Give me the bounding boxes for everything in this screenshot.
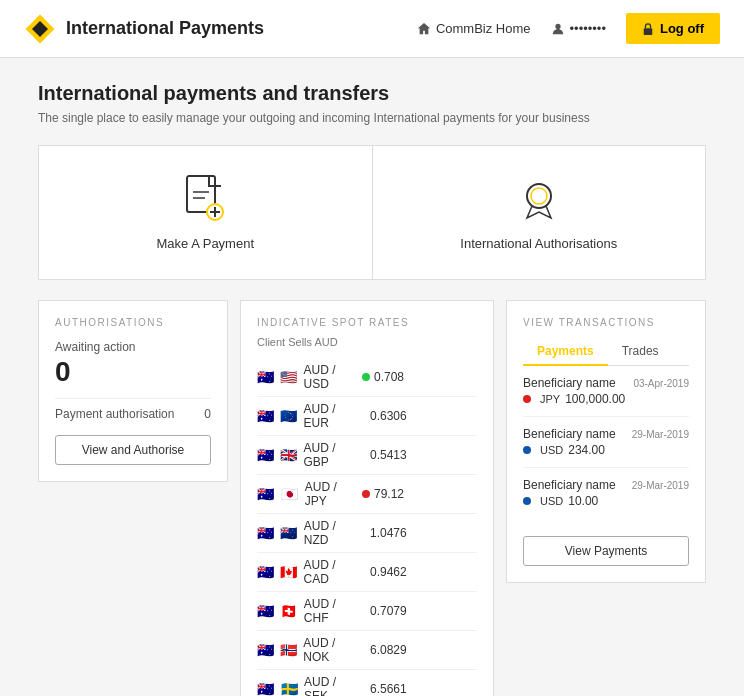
flag-pair: 🇦🇺🇯🇵AUD / JPY — [257, 480, 362, 508]
rate-row: 🇦🇺🇨🇦AUD / CAD0.9462 — [257, 553, 477, 592]
make-payment-icon — [181, 174, 229, 226]
tx-amount: 234.00 — [568, 443, 605, 457]
lock-icon — [642, 22, 654, 36]
tx-tabs: Payments Trades — [523, 338, 689, 366]
user-icon — [551, 22, 565, 36]
flag2-icon: 🇪🇺 — [280, 409, 299, 423]
flag1-icon: 🇦🇺 — [257, 565, 276, 579]
svg-point-2 — [555, 23, 560, 28]
rate-row: 🇦🇺🇬🇧AUD / GBP0.5413 — [257, 436, 477, 475]
flag1-icon: 🇦🇺 — [257, 487, 277, 501]
flag-pair: 🇦🇺🇬🇧AUD / GBP — [257, 441, 362, 469]
tx-currency: USD — [540, 444, 563, 456]
rate-value: 0.6306 — [370, 409, 407, 423]
tx-beneficiary-name: Beneficiary name — [523, 478, 616, 492]
rate-dot — [362, 373, 370, 381]
tx-date: 03-Apr-2019 — [633, 378, 689, 389]
flag2-icon: 🇳🇿 — [280, 526, 299, 540]
awaiting-count: 0 — [55, 356, 211, 388]
rate-value: 0.7079 — [370, 604, 407, 618]
pair-name: AUD / SEK — [304, 675, 362, 696]
user-link[interactable]: •••••••• — [551, 21, 606, 36]
svg-rect-3 — [644, 28, 653, 35]
pair-name: AUD / GBP — [304, 441, 362, 469]
pair-name: AUD / CHF — [304, 597, 362, 625]
rate-value: 0.708 — [374, 370, 404, 384]
tx-date: 29-Mar-2019 — [632, 480, 689, 491]
panels: AUTHORISATIONS Awaiting action 0 Payment… — [38, 300, 706, 696]
pair-name: AUD / EUR — [304, 402, 362, 430]
view-payments-button[interactable]: View Payments — [523, 536, 689, 566]
page-title: International payments and transfers — [38, 82, 706, 105]
rate-value: 6.0829 — [370, 643, 407, 657]
tab-payments[interactable]: Payments — [523, 338, 608, 366]
view-and-authorise-button[interactable]: View and Authorise — [55, 435, 211, 465]
pair-name: AUD / NOK — [303, 636, 362, 664]
flag-pair: 🇦🇺🇨🇭AUD / CHF — [257, 597, 362, 625]
authorisations-card[interactable]: International Authorisations — [373, 146, 706, 279]
tx-beneficiary-name: Beneficiary name — [523, 427, 616, 441]
payment-auth-row: Payment authorisation 0 — [55, 398, 211, 421]
action-cards: Make A Payment International Authorisati… — [38, 145, 706, 280]
flag-pair: 🇦🇺🇪🇺AUD / EUR — [257, 402, 362, 430]
pair-name: AUD / USD — [304, 363, 362, 391]
spot-rates-subtitle: Client Sells AUD — [257, 336, 477, 348]
flag-pair: 🇦🇺🇳🇿AUD / NZD — [257, 519, 362, 547]
rate-row: 🇦🇺🇳🇿AUD / NZD1.0476 — [257, 514, 477, 553]
rate-value: 6.5661 — [370, 682, 407, 696]
flag2-icon: 🇺🇸 — [280, 370, 299, 384]
awaiting-label: Awaiting action — [55, 340, 211, 354]
tx-row2: USD 10.00 — [523, 494, 689, 508]
logo-area: International Payments — [24, 13, 264, 45]
rate-value: 1.0476 — [370, 526, 407, 540]
flag-pair: 🇦🇺🇨🇦AUD / CAD — [257, 558, 362, 586]
authorisations-label: International Authorisations — [460, 236, 617, 251]
flag2-icon: 🇸🇪 — [281, 682, 301, 696]
header-nav: CommBiz Home •••••••• Log off — [417, 13, 720, 44]
home-icon — [417, 22, 431, 36]
tx-item: Beneficiary name 29-Mar-2019 USD 234.00 — [523, 427, 689, 468]
authorisations-icon — [515, 174, 563, 226]
flag1-icon: 🇦🇺 — [257, 682, 277, 696]
flag1-icon: 🇦🇺 — [257, 370, 276, 384]
transactions-panel: VIEW TRANSACTIONS Payments Trades Benefi… — [506, 300, 706, 583]
make-payment-label: Make A Payment — [156, 236, 254, 251]
spot-rates-panel: INDICATIVE SPOT RATES Client Sells AUD 🇦… — [240, 300, 494, 696]
tx-currency: USD — [540, 495, 563, 507]
cba-logo-icon — [24, 13, 56, 45]
flag-pair: 🇦🇺🇳🇴AUD / NOK — [257, 636, 362, 664]
tx-item: Beneficiary name 29-Mar-2019 USD 10.00 — [523, 478, 689, 518]
make-payment-card[interactable]: Make A Payment — [39, 146, 373, 279]
flag2-icon: 🇬🇧 — [280, 448, 299, 462]
payment-auth-count: 0 — [204, 407, 211, 421]
tx-list: Beneficiary name 03-Apr-2019 JPY 100,000… — [523, 376, 689, 518]
tx-row1: Beneficiary name 29-Mar-2019 — [523, 478, 689, 492]
rate-value: 0.5413 — [370, 448, 407, 462]
rate-row: 🇦🇺🇨🇭AUD / CHF0.7079 — [257, 592, 477, 631]
tx-amount: 100,000.00 — [565, 392, 625, 406]
flag-pair: 🇦🇺🇸🇪AUD / SEK — [257, 675, 362, 696]
commbiz-home-link[interactable]: CommBiz Home — [417, 21, 531, 36]
currency-dot — [523, 446, 531, 454]
tx-item: Beneficiary name 03-Apr-2019 JPY 100,000… — [523, 376, 689, 417]
authorisations-panel: AUTHORISATIONS Awaiting action 0 Payment… — [38, 300, 228, 482]
flag2-icon: 🇳🇴 — [280, 643, 299, 657]
rate-value: 0.9462 — [370, 565, 407, 579]
pair-name: AUD / JPY — [305, 480, 362, 508]
tab-trades[interactable]: Trades — [608, 338, 673, 366]
flag1-icon: 🇦🇺 — [257, 409, 276, 423]
flag2-icon: 🇨🇭 — [280, 604, 299, 618]
tx-currency: JPY — [540, 393, 560, 405]
rate-row: 🇦🇺🇺🇸AUD / USD0.708 — [257, 358, 477, 397]
rate-dot — [362, 490, 370, 498]
currency-dot — [523, 395, 531, 403]
flag1-icon: 🇦🇺 — [257, 643, 276, 657]
tx-beneficiary-name: Beneficiary name — [523, 376, 616, 390]
app-title: International Payments — [66, 18, 264, 39]
svg-point-11 — [531, 188, 547, 204]
tx-amount: 10.00 — [568, 494, 598, 508]
tx-row1: Beneficiary name 03-Apr-2019 — [523, 376, 689, 390]
log-off-button[interactable]: Log off — [626, 13, 720, 44]
rate-row: 🇦🇺🇳🇴AUD / NOK6.0829 — [257, 631, 477, 670]
rate-value: 79.12 — [374, 487, 404, 501]
